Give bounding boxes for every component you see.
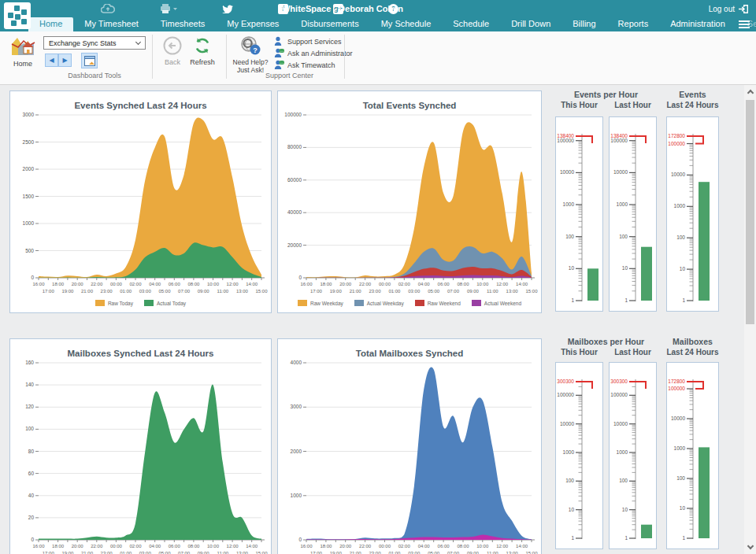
- svg-text:16:00: 16:00: [300, 544, 313, 548]
- svg-text:04:00: 04:00: [149, 282, 161, 286]
- scrollbar-thumb[interactable]: [746, 100, 754, 324]
- svg-text:100000: 100000: [610, 392, 628, 397]
- tab-schedule[interactable]: Schedule: [442, 17, 500, 31]
- ribbon-separator: [152, 35, 153, 79]
- chart-legend: Raw TodayActual Today: [10, 298, 271, 312]
- svg-text:07:00: 07:00: [178, 551, 191, 554]
- need-help-label-1: Need Help?: [230, 58, 271, 66]
- total-events-synched-panel: Total Events Synched 0200004000060000800…: [277, 90, 542, 313]
- svg-text:15:00: 15:00: [525, 289, 538, 294]
- tab-reports[interactable]: Reports: [607, 17, 660, 31]
- svg-text:19:00: 19:00: [61, 551, 74, 554]
- svg-text:10000: 10000: [613, 169, 628, 175]
- events-this-hour-label: This Hour: [555, 101, 603, 109]
- support-item-ask-timewatch[interactable]: ...Ask Timewatch: [274, 59, 353, 71]
- svg-text:05:00: 05:00: [428, 551, 440, 554]
- refresh-icon: [193, 36, 212, 55]
- refresh-button[interactable]: Refresh: [187, 36, 217, 66]
- home-chart-icon: [10, 35, 35, 58]
- svg-text:40000: 40000: [287, 209, 302, 215]
- tab-my-timesheet[interactable]: My Timesheet: [73, 17, 149, 31]
- tab-billing[interactable]: Billing: [561, 17, 606, 31]
- svg-text:04:00: 04:00: [149, 544, 161, 548]
- svg-text:23:00: 23:00: [369, 551, 381, 554]
- svg-text:1000: 1000: [291, 493, 302, 498]
- support-item-ask-an-administrator[interactable]: ...Ask an Administrator: [274, 47, 353, 59]
- back-button[interactable]: Back: [158, 36, 187, 66]
- svg-text:06:00: 06:00: [169, 544, 181, 548]
- svg-text:...: ...: [280, 48, 284, 53]
- scroll-up-button[interactable]: [744, 85, 756, 98]
- svg-text:0: 0: [298, 275, 302, 280]
- dashboard-select[interactable]: Exchange Sync Stats: [43, 36, 146, 50]
- svg-text:07:00: 07:00: [178, 289, 191, 294]
- vertical-scrollbar: [744, 85, 756, 554]
- svg-text:3000: 3000: [291, 404, 302, 409]
- chart-legend: Raw WeekdayActual WeekdayRaw WeekendActu…: [278, 298, 541, 312]
- svg-text:0: 0: [31, 537, 34, 542]
- tab-administration[interactable]: Administration: [659, 17, 736, 31]
- svg-text:1000: 1000: [617, 201, 628, 207]
- svg-text:13:00: 13:00: [236, 551, 249, 554]
- mailboxes-synched-24h-chart: 02040608010012014016016:0017:0018:0019:0…: [10, 358, 271, 554]
- svg-text:...: ...: [280, 60, 284, 65]
- svg-text:12:00: 12:00: [227, 544, 239, 548]
- svg-text:12:00: 12:00: [227, 282, 239, 286]
- svg-text:08:00: 08:00: [187, 544, 200, 548]
- svg-text:03:00: 03:00: [408, 289, 421, 294]
- events-title: Events: [666, 90, 719, 99]
- svg-text:18:00: 18:00: [52, 544, 65, 548]
- svg-text:02:00: 02:00: [129, 282, 142, 286]
- tab-timesheets[interactable]: Timesheets: [150, 17, 216, 31]
- svg-text:?: ?: [253, 46, 258, 54]
- support-item-support-services[interactable]: Support Services: [274, 35, 353, 47]
- svg-text:08:00: 08:00: [187, 282, 200, 286]
- logout-label: Log out: [709, 5, 735, 13]
- svg-text:10: 10: [680, 505, 686, 511]
- svg-text:06:00: 06:00: [438, 282, 450, 286]
- svg-text:16:00: 16:00: [300, 282, 313, 286]
- legend-item: Actual Weekend: [472, 300, 521, 306]
- svg-text:19:00: 19:00: [61, 289, 74, 294]
- svg-text:19:00: 19:00: [330, 551, 343, 554]
- svg-text:10: 10: [569, 265, 575, 271]
- events-per-hour-title: Events per Hour: [555, 90, 657, 99]
- svg-text:23:00: 23:00: [369, 289, 381, 294]
- tab-drill-down[interactable]: Drill Down: [500, 17, 561, 31]
- svg-text:08:00: 08:00: [457, 544, 469, 548]
- svg-text:1000: 1000: [674, 445, 686, 451]
- mailboxes-synched-24h-panel: Mailboxes Synched Last 24 Hours 02040608…: [9, 338, 272, 554]
- events-synched-24h-chart: 05001000150020002500300016:0017:0018:001…: [10, 110, 271, 298]
- tab-home[interactable]: Home: [28, 17, 73, 31]
- svg-text:22:00: 22:00: [359, 544, 372, 548]
- svg-text:11:00: 11:00: [487, 551, 498, 554]
- back-label: Back: [158, 58, 187, 66]
- svg-text:120: 120: [25, 404, 34, 409]
- svg-text:00:00: 00:00: [110, 544, 123, 548]
- ribbon-home-button[interactable]: Home: [6, 35, 39, 80]
- svg-text:10:00: 10:00: [207, 544, 220, 548]
- next-dashboard-button[interactable]: ▶: [58, 54, 72, 67]
- svg-text:09:00: 09:00: [198, 551, 210, 554]
- need-help-button[interactable]: ? Need Help? Just Ask!: [230, 35, 271, 74]
- svg-text:100000: 100000: [557, 392, 574, 397]
- svg-text:60: 60: [28, 471, 35, 476]
- menu-icon[interactable]: [739, 20, 750, 30]
- mailboxes-this-hour-gauge: 110100100010000100000300300: [555, 362, 603, 549]
- chart-title: Mailboxes Synched Last 24 Hours: [10, 349, 271, 358]
- logout-button[interactable]: Log out: [709, 0, 750, 17]
- scroll-down-button[interactable]: [744, 541, 756, 554]
- svg-text:03:00: 03:00: [139, 551, 152, 554]
- legend-item: Raw Today: [95, 300, 133, 306]
- svg-text:17:00: 17:00: [310, 289, 323, 294]
- svg-text:14:00: 14:00: [516, 544, 528, 548]
- tab-my-expenses[interactable]: My Expenses: [216, 17, 290, 31]
- previous-dashboard-button[interactable]: ◀: [45, 54, 58, 67]
- dashboard-settings-button[interactable]: [81, 53, 98, 68]
- svg-text:2000: 2000: [23, 166, 35, 172]
- svg-text:18:00: 18:00: [52, 282, 65, 286]
- svg-text:15:00: 15:00: [525, 551, 538, 554]
- svg-text:09:00: 09:00: [467, 289, 480, 294]
- tab-disbursements[interactable]: Disbursements: [290, 17, 369, 31]
- tab-my-schedule[interactable]: My Schedule: [370, 17, 443, 31]
